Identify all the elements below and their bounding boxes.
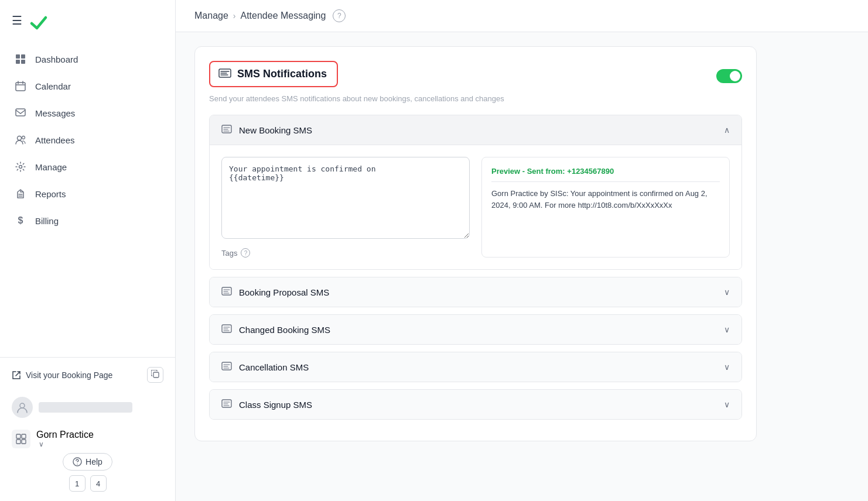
sidebar-item-label: Dashboard xyxy=(35,54,78,64)
svg-rect-1 xyxy=(21,54,25,59)
sms-subtitle: Send your attendees SMS notifications ab… xyxy=(209,94,742,103)
accordion-chevron-class-signup: ∨ xyxy=(724,400,730,409)
page-body: SMS Notifications Send your attendees SM… xyxy=(176,32,868,455)
user-email xyxy=(39,402,132,413)
svg-point-11 xyxy=(19,166,22,169)
sidebar-item-manage[interactable]: Manage xyxy=(0,153,175,180)
sidebar-item-messages[interactable]: Messages xyxy=(0,99,175,126)
user-avatar xyxy=(12,397,33,418)
accordion-booking-proposal: Booking Proposal SMS ∨ xyxy=(209,277,742,307)
page-1[interactable]: 1 xyxy=(69,475,86,492)
svg-rect-20 xyxy=(22,440,26,444)
calendar-icon xyxy=(14,80,27,92)
logo xyxy=(29,13,48,32)
sms-toggle[interactable] xyxy=(716,69,742,83)
sms-section-icon xyxy=(221,362,232,372)
svg-rect-19 xyxy=(16,440,20,444)
org-row[interactable]: Gorn Practice ∨ xyxy=(12,430,163,448)
sidebar-top: ☰ xyxy=(0,0,175,41)
attendees-icon xyxy=(14,133,27,146)
accordion-body-new-booking: Your appointment is confirmed on {{datet… xyxy=(210,145,741,269)
accordion-chevron-changed-booking: ∨ xyxy=(724,325,730,334)
sms-body-grid: Your appointment is confirmed on {{datet… xyxy=(221,157,730,258)
copy-booking-button[interactable] xyxy=(147,367,163,383)
visit-booking-link[interactable]: Visit your Booking Page xyxy=(12,367,163,383)
org-icon xyxy=(12,430,30,448)
accordion-class-signup: Class Signup SMS ∨ xyxy=(209,389,742,420)
sms-notifications-row: SMS Notifications xyxy=(209,61,742,91)
breadcrumb-current: Attendee Messaging xyxy=(241,11,326,21)
sms-notifications-header: SMS Notifications xyxy=(209,61,338,87)
svg-rect-18 xyxy=(22,434,26,438)
sms-section-icon xyxy=(221,399,232,410)
pagination-row: 1 4 xyxy=(12,475,163,492)
accordion-title-cancellation: Cancellation SMS xyxy=(239,362,309,372)
accordion-chevron-new-booking: ∧ xyxy=(724,125,730,135)
help-button[interactable]: Help xyxy=(63,453,112,471)
sidebar-item-calendar[interactable]: Calendar xyxy=(0,73,175,99)
accordion-chevron-cancellation: ∨ xyxy=(724,362,730,372)
sidebar-item-billing[interactable]: $ Billing xyxy=(0,207,175,234)
sidebar-item-label: Messages xyxy=(35,108,75,118)
breadcrumb-separator: › xyxy=(233,11,236,20)
accordion-header-new-booking[interactable]: New Booking SMS ∧ xyxy=(210,115,741,145)
help-label: Help xyxy=(86,457,102,466)
sms-section-icon xyxy=(221,125,232,135)
content-card: SMS Notifications Send your attendees SM… xyxy=(194,46,757,441)
sidebar-item-label: Calendar xyxy=(35,81,71,91)
grid-icon xyxy=(16,434,26,444)
toggle-slider xyxy=(716,69,742,83)
sidebar-item-reports[interactable]: Reports xyxy=(0,180,175,207)
preview-text: Gorn Practice by SISc: Your appointment … xyxy=(491,188,720,211)
dashboard-icon xyxy=(14,53,27,66)
sidebar-item-attendees[interactable]: Attendees xyxy=(0,126,175,153)
sidebar-item-label: Billing xyxy=(35,216,59,226)
accordion-header-class-signup[interactable]: Class Signup SMS ∨ xyxy=(210,390,741,419)
accordion-header-cancellation[interactable]: Cancellation SMS ∨ xyxy=(210,352,741,382)
org-chevron-icon: ∨ xyxy=(39,440,94,448)
sidebar-item-label: Manage xyxy=(35,162,67,172)
help-icon xyxy=(73,457,82,466)
svg-point-16 xyxy=(20,403,25,408)
accordion-changed-booking: Changed Booking SMS ∨ xyxy=(209,314,742,345)
svg-point-9 xyxy=(18,136,22,140)
page-4[interactable]: 4 xyxy=(90,475,107,492)
sms-section-icon xyxy=(221,287,232,297)
accordion-title-class-signup: Class Signup SMS xyxy=(239,400,312,410)
svg-rect-8 xyxy=(16,109,25,116)
visit-booking-label: Visit your Booking Page xyxy=(26,370,112,380)
billing-icon: $ xyxy=(14,214,27,227)
textarea-col: Your appointment is confirmed on {{datet… xyxy=(221,157,470,258)
svg-line-14 xyxy=(16,372,20,376)
tags-row: Tags ? xyxy=(221,248,470,258)
svg-rect-3 xyxy=(21,60,25,64)
sidebar-nav: Dashboard Calendar Messages xyxy=(0,41,175,357)
main-content: Manage › Attendee Messaging ? SMS Notifi… xyxy=(176,0,868,501)
breadcrumb-parent: Manage xyxy=(194,11,228,21)
tags-label: Tags xyxy=(221,249,237,258)
accordion-chevron-booking-proposal: ∨ xyxy=(724,287,730,297)
copy-icon xyxy=(151,370,159,378)
svg-rect-0 xyxy=(16,54,20,59)
accordion-header-changed-booking[interactable]: Changed Booking SMS ∨ xyxy=(210,315,741,344)
accordion-header-booking-proposal[interactable]: Booking Proposal SMS ∨ xyxy=(210,277,741,307)
sms-preview-card: Preview - Sent from: +1234567890 Gorn Pr… xyxy=(481,157,730,258)
manage-icon xyxy=(14,160,27,173)
header-help-icon[interactable]: ? xyxy=(333,9,346,22)
sms-section-icon xyxy=(221,324,232,335)
accordion-cancellation: Cancellation SMS ∨ xyxy=(209,352,742,382)
accordion-title-new-booking: New Booking SMS xyxy=(239,125,312,135)
tags-help-icon[interactable]: ? xyxy=(241,248,250,258)
svg-point-10 xyxy=(22,136,25,139)
sidebar-item-label: Attendees xyxy=(35,135,75,145)
sidebar-item-dashboard[interactable]: Dashboard xyxy=(0,46,175,73)
accordion-new-booking: New Booking SMS ∧ Your appointment is co… xyxy=(209,115,742,270)
svg-rect-17 xyxy=(16,434,20,438)
external-link-icon xyxy=(12,370,21,380)
sidebar-bottom: Visit your Booking Page xyxy=(0,357,175,501)
user-row xyxy=(12,392,163,423)
org-name: Gorn Practice xyxy=(36,430,94,440)
accordion-title-changed-booking: Changed Booking SMS xyxy=(239,325,330,335)
hamburger-icon[interactable]: ☰ xyxy=(12,13,22,28)
sms-message-textarea[interactable]: Your appointment is confirmed on {{datet… xyxy=(221,157,470,239)
